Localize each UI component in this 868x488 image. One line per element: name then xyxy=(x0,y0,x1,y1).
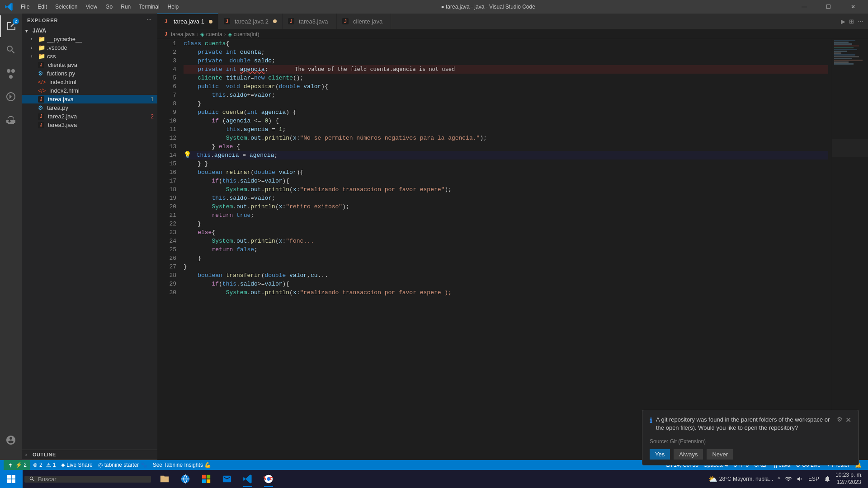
taskbar-chrome[interactable] xyxy=(259,470,278,488)
tree-root-java[interactable]: ▾ JAVA xyxy=(22,27,157,35)
notification-never-button[interactable]: Never xyxy=(707,449,733,460)
status-errors[interactable]: ⊗ 2 ⚠ 1 xyxy=(30,460,58,470)
minimize-button[interactable]: — xyxy=(794,0,815,14)
line-num-19: 19 xyxy=(161,194,176,202)
tray-volume[interactable] xyxy=(795,470,806,488)
more-actions-button[interactable]: ⋯ xyxy=(857,17,864,26)
activity-search[interactable] xyxy=(0,39,22,61)
tray-datetime[interactable]: 10:23 p. m. 12/7/2023 xyxy=(834,470,864,488)
notification-header: ℹ A git repository was found in the pare… xyxy=(650,416,833,432)
outline-label: OUTLINE xyxy=(33,452,56,457)
taskbar-vscode[interactable] xyxy=(238,470,258,488)
tree-root-label: JAVA xyxy=(33,28,46,34)
folder-icon: 📁 xyxy=(38,53,45,60)
tree-item-tarea2-java[interactable]: J tarea2.java 2 xyxy=(22,112,157,121)
line-num-22: 22 xyxy=(161,220,176,228)
activity-extensions[interactable] xyxy=(0,109,22,131)
weather-text: 28°C Mayorm. nubla... xyxy=(719,476,774,482)
notification-text: A git repository was found in the parent… xyxy=(656,416,833,432)
outline-panel-header[interactable]: › OUTLINE xyxy=(22,450,157,459)
notification-yes-button[interactable]: Yes xyxy=(650,449,670,460)
line-num-2: 2 xyxy=(161,48,176,56)
svg-rect-3 xyxy=(202,479,206,483)
notification-close-button[interactable]: ✕ xyxy=(845,416,851,424)
breadcrumb-class[interactable]: cuenta xyxy=(206,31,222,38)
activity-source-control[interactable] xyxy=(0,62,22,84)
code-line-5: cliente titular=new cliente(); xyxy=(184,74,828,82)
taskbar-apps xyxy=(153,470,280,488)
taskbar-search-box[interactable]: Buscar xyxy=(24,476,151,483)
tree-item-tarea3-java[interactable]: J tarea3.java xyxy=(22,121,157,129)
tray-notification-center[interactable] xyxy=(822,470,833,488)
tray-time-display: 10:23 p. m. 12/7/2023 xyxy=(835,472,863,486)
maximize-button[interactable]: ☐ xyxy=(818,0,839,14)
taskbar-browser[interactable] xyxy=(175,470,195,488)
tab-tarea1[interactable]: J tarea.java 1 xyxy=(157,14,218,29)
sidebar-more-button[interactable]: ⋯ xyxy=(146,17,152,23)
tree-item-tarea-py[interactable]: ⚙ tarea.py xyxy=(22,103,157,112)
line-num-3: 3 xyxy=(161,56,176,65)
menu-selection[interactable]: Selection xyxy=(52,3,81,11)
taskbar-weather[interactable]: ⛅ 28°C Mayorm. nubla... xyxy=(707,470,775,488)
close-button[interactable]: ✕ xyxy=(843,0,863,14)
notification-settings-icon[interactable]: ⚙ xyxy=(837,416,843,424)
line-num-13: 13 xyxy=(161,142,176,151)
status-liveshare[interactable]: ♣ Live Share xyxy=(58,460,95,470)
tree-item-label: cliente.java xyxy=(48,61,77,68)
tray-lang[interactable]: ESP xyxy=(807,470,821,488)
menu-terminal[interactable]: Terminal xyxy=(135,3,163,11)
code-line-14: 💡 this.agencia = agencia; xyxy=(184,151,828,160)
tab-cliente[interactable]: J cliente.java xyxy=(337,14,391,29)
taskbar-mail[interactable] xyxy=(217,470,237,488)
code-line-25: return false; xyxy=(184,245,828,254)
activity-run[interactable] xyxy=(0,86,22,108)
menu-go[interactable]: Go xyxy=(102,3,116,11)
taskbar-file-explorer[interactable] xyxy=(155,470,175,488)
tree-item-fuctions-py[interactable]: ⚙ fuctions.py xyxy=(22,69,157,78)
menu-run[interactable]: Run xyxy=(117,3,134,11)
activity-account[interactable] xyxy=(0,429,22,451)
menu-view[interactable]: View xyxy=(82,3,101,11)
menu-help[interactable]: Help xyxy=(164,3,183,11)
lightbulb-icon[interactable]: 💡 xyxy=(184,151,191,160)
tree-item-css[interactable]: › 📁 css xyxy=(22,52,157,61)
status-remote[interactable]: ⚡ 2 xyxy=(4,460,30,470)
tree-item-vscode[interactable]: › 📁 .vscode xyxy=(22,43,157,52)
split-editor-button[interactable]: ⊞ xyxy=(848,17,855,26)
breadcrumb-file[interactable]: tarea.java xyxy=(171,31,195,38)
tab-modified-indicator xyxy=(209,20,212,23)
notification-buttons: Yes Always Never xyxy=(650,449,851,460)
breadcrumb: J tarea.java › ◈ cuenta › ◈ cuenta(int) xyxy=(157,29,868,39)
line-num-4: 4 xyxy=(161,65,176,74)
activity-explorer[interactable]: 2 xyxy=(0,15,22,37)
code-line-28: boolean transferir(double valor,cu... xyxy=(184,271,828,280)
breadcrumb-sep-2: › xyxy=(224,31,226,38)
breadcrumb-method[interactable]: cuenta(int) xyxy=(234,31,259,38)
breadcrumb-sep-1: › xyxy=(197,31,198,38)
tray-show-hidden[interactable]: ^ xyxy=(776,470,782,488)
start-button[interactable] xyxy=(0,470,23,488)
tab-tarea3[interactable]: J tarea3.java xyxy=(283,14,337,29)
tray-network[interactable] xyxy=(783,470,794,488)
liveshare-icon: ♣ xyxy=(61,462,65,468)
code-line-17: if(this.saldo>=valor){ xyxy=(184,177,828,185)
menu-file[interactable]: File xyxy=(17,3,33,11)
status-tabnine[interactable]: ◎ tabnine starter 🐾 xyxy=(95,460,150,470)
outline-panel: › OUTLINE xyxy=(22,450,157,459)
status-tabnine-insights[interactable]: See Tabnine Insights 💪 xyxy=(150,460,214,470)
tree-item-label: fuctions.py xyxy=(47,70,75,77)
tab-tarea2[interactable]: J tarea2.java 2 xyxy=(218,14,283,29)
explorer-badge: 2 xyxy=(13,18,19,24)
menu-edit[interactable]: Edit xyxy=(34,3,51,11)
taskbar-store[interactable] xyxy=(196,470,216,488)
tree-item-cliente-java[interactable]: J cliente.java xyxy=(22,61,157,69)
tree-item-index2-html[interactable]: </> index2.html xyxy=(22,86,157,95)
run-button[interactable]: ▶ xyxy=(840,17,846,26)
notification-always-button[interactable]: Always xyxy=(674,449,703,460)
tree-item-pycache[interactable]: › 📁 __pycache__ xyxy=(22,35,157,43)
tree-item-index-html[interactable]: </> index.html xyxy=(22,78,157,86)
tree-item-label: tarea2.java xyxy=(48,113,77,120)
tree-item-tarea-java[interactable]: J tarea.java 1 xyxy=(22,95,157,103)
code-line-20: System.out.println(x:"retiro exitoso"); xyxy=(184,202,828,211)
tree-item-label: __pycache__ xyxy=(47,36,82,42)
